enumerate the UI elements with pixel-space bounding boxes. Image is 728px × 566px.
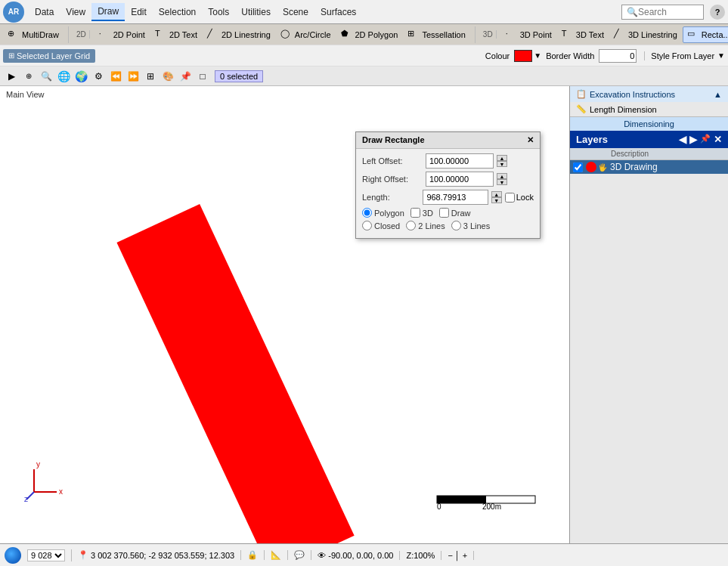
layers-forward-icon[interactable]: ▶ — [689, 134, 697, 145]
search-input[interactable] — [638, 7, 699, 17]
right-offset-spinners[interactable]: ▲ ▼ — [497, 173, 507, 185]
layers-back-icon[interactable]: ◀ — [679, 134, 686, 145]
globe-view-button[interactable]: 🌐 — [55, 68, 72, 85]
perspective-button[interactable]: 🌍 — [73, 68, 89, 85]
2lines-radio[interactable] — [406, 221, 416, 230]
exc-collapse-icon[interactable]: ▲ — [714, 90, 722, 99]
3d-checkbox-label: 3D — [410, 208, 433, 218]
length-input[interactable]: 968.79913 — [423, 190, 488, 205]
search-icon: 🔍 — [627, 7, 638, 17]
length-spinners[interactable]: ▲ ▼ — [491, 191, 502, 203]
2d-polygon-button[interactable]: ⬟ 2D Polygon — [336, 26, 403, 43]
menu-draw[interactable]: Draw — [91, 3, 125, 21]
menu-surfaces[interactable]: Surfaces — [314, 4, 362, 20]
eye-icon: 👁 — [318, 551, 326, 560]
layers-panel: Layers ◀ ▶ 📌 ✕ Description 🖐 — [570, 131, 728, 543]
pin-button[interactable]: 📌 — [177, 68, 194, 85]
zoom-out-button[interactable]: 🔍 — [38, 68, 54, 85]
viewport[interactable]: Main View y x z — [0, 86, 569, 543]
3d-point-button[interactable]: · 3D Point — [501, 26, 556, 43]
help-button[interactable]: ? — [710, 5, 725, 20]
axis-indicator: y x z — [23, 458, 68, 506]
3lines-radio[interactable] — [451, 221, 461, 230]
layer-row[interactable]: 🖐 3D Drawing — [570, 160, 728, 174]
menu-selection[interactable]: Selection — [153, 4, 202, 20]
2d-linestring-button[interactable]: ╱ 2D Linestring — [203, 26, 275, 43]
left-offset-input[interactable]: 100.00000 — [426, 153, 494, 169]
dimensioning-section[interactable]: Dimensioning — [570, 117, 728, 131]
border-width-input[interactable] — [599, 49, 637, 63]
colour-swatch[interactable] — [514, 50, 532, 62]
left-offset-up[interactable]: ▲ — [497, 155, 507, 161]
polygon-radio-label: Polygon — [362, 208, 404, 218]
menu-data[interactable]: Data — [29, 4, 60, 20]
2lines-radio-label: 2 Lines — [406, 221, 445, 230]
layers-close-icon[interactable]: ✕ — [714, 134, 722, 145]
polygon-radio[interactable] — [362, 208, 372, 218]
tessellation-button[interactable]: ⊞ Tessellation — [403, 26, 469, 43]
left-offset-spinners[interactable]: ▲ ▼ — [497, 155, 507, 167]
2d-text-button[interactable]: T 2D Text — [150, 26, 202, 43]
3d-text-button[interactable]: T 3D Text — [557, 26, 609, 43]
grid-button[interactable]: ⊞ — [142, 68, 159, 85]
style-from-layer-label: Style From Layer — [644, 51, 714, 60]
pointer-tool[interactable]: ▶ — [3, 68, 20, 85]
layer-visibility-checkbox[interactable] — [573, 162, 583, 172]
layers-pin-icon[interactable]: 📌 — [700, 134, 711, 145]
excavation-header[interactable]: 📋 Excavation Instructions ▲ — [570, 86, 728, 102]
svg-rect-0 — [116, 204, 354, 543]
svg-text:z: z — [24, 495, 28, 503]
zoom-fit-button[interactable]: ⊕ — [20, 68, 37, 85]
lock-status: 🔒 — [247, 550, 265, 560]
color-picker-btn[interactable]: 🎨 — [160, 68, 176, 85]
swatch-dropdown-icon[interactable]: ▼ — [534, 51, 541, 60]
style-dropdown-icon[interactable]: ▼ — [717, 51, 725, 60]
lock-row: Lock — [505, 193, 534, 203]
3d-checkbox[interactable] — [410, 208, 420, 218]
arc-circle-button[interactable]: ◯ Arc/Circle — [276, 26, 336, 43]
popup-title-bar[interactable]: Draw Rectangle ✕ — [356, 132, 540, 149]
scale-bar: 0 200m — [433, 488, 547, 513]
selected-info: 0 selected — [215, 70, 263, 82]
closed-radio[interactable] — [362, 221, 372, 230]
length-up[interactable]: ▲ — [491, 191, 502, 197]
forward-button[interactable]: ⏩ — [125, 68, 141, 85]
settings-button[interactable]: ⚙ — [90, 68, 107, 85]
menu-view[interactable]: View — [60, 4, 91, 20]
popup-close-icon[interactable]: ✕ — [527, 135, 534, 145]
layer-code-select[interactable]: 9 028 — [27, 549, 65, 561]
back-button[interactable]: ⏪ — [107, 68, 124, 85]
2d-point-button[interactable]: · 2D Point — [94, 26, 150, 43]
draw-checkbox[interactable] — [439, 208, 449, 218]
eye-status: 👁 -90.00, 0.00, 0.00 — [318, 551, 400, 560]
menu-utilities[interactable]: Utilities — [235, 4, 277, 20]
exc-icon: 📋 — [576, 89, 587, 99]
square-button[interactable]: □ — [194, 68, 211, 85]
left-offset-down[interactable]: ▼ — [497, 161, 507, 167]
lock-checkbox[interactable] — [505, 193, 515, 203]
length-dimension-item[interactable]: 📏 Length Dimension — [570, 102, 728, 116]
right-offset-input[interactable]: 100.00000 — [426, 172, 494, 187]
right-offset-row: Right Offset: 100.00000 ▲ ▼ — [362, 172, 534, 187]
menu-tools[interactable]: Tools — [202, 4, 235, 20]
length-label: Length: — [362, 193, 420, 202]
3d-linestring-button[interactable]: ╱ 3D Linestring — [609, 26, 682, 43]
zoom-plus-icon[interactable]: + — [463, 551, 467, 560]
snap-status: 📐 — [271, 550, 288, 560]
right-offset-down[interactable]: ▼ — [497, 179, 507, 185]
search-box[interactable]: 🔍 — [621, 5, 704, 20]
length-down[interactable]: ▼ — [491, 197, 502, 203]
draw-toolbar-row2: ⊞ Selected Layer Grid Colour ▼ Border Wi… — [0, 45, 728, 66]
zoom-minus-icon[interactable]: − — [448, 551, 452, 560]
menu-edit[interactable]: Edit — [125, 4, 153, 20]
multidraw-button[interactable]: ⊕ MultiDraw — [3, 26, 64, 43]
rectangle-button[interactable]: ▭ Recta... — [683, 26, 728, 43]
selected-layer-button[interactable]: ⊞ Selected Layer Grid — [3, 49, 95, 63]
border-width-label: Border Width — [546, 51, 594, 60]
arc-icon: ◯ — [280, 29, 293, 41]
svg-text:200m: 200m — [482, 503, 501, 511]
right-offset-up[interactable]: ▲ — [497, 173, 507, 179]
draw-options-group: ⊕ MultiDraw — [3, 26, 69, 43]
menu-scene[interactable]: Scene — [277, 4, 314, 20]
2d-tools-group: · 2D Point T 2D Text ╱ 2D Linestring ◯ A… — [94, 26, 476, 43]
